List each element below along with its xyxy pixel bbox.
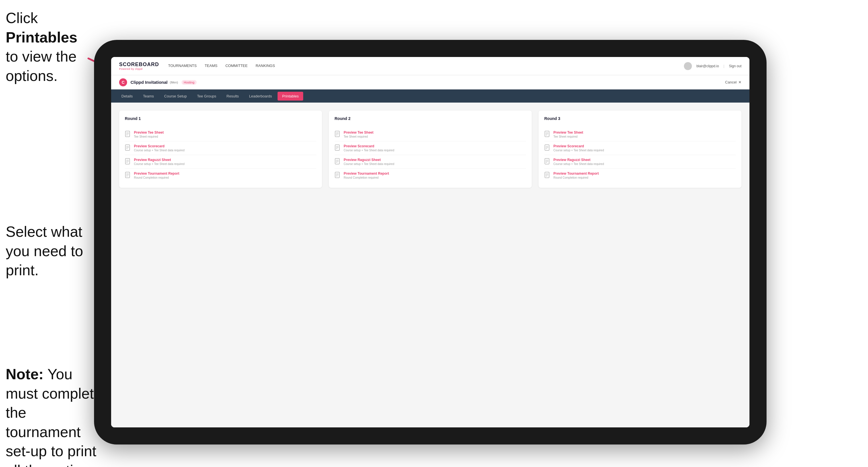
tab-tee-groups[interactable]: Tee Groups (193, 92, 221, 101)
document-icon (544, 145, 551, 152)
document-icon (544, 131, 551, 138)
tablet-frame: SCOREBOARD Powered by clippd TOURNAMENTS… (94, 40, 767, 444)
round3-raguzzi[interactable]: Preview Raguzzi Sheet Course setup + Tee… (544, 155, 736, 169)
round-2-section: Round 2 Preview Tee Sheet Tee Sheet requ… (329, 111, 532, 188)
document-icon (335, 172, 341, 179)
rounds-grid: Round 1 Preview Tee Sheet Tee Sheet requ… (119, 111, 742, 188)
document-icon (125, 158, 131, 165)
round-1-title: Round 1 (125, 116, 316, 123)
round1-tournament-report[interactable]: Preview Tournament Report Round Completi… (125, 169, 316, 182)
round-3-section: Round 3 Preview Tee Sheet Tee Sheet requ… (538, 111, 742, 188)
sub-nav: Details Teams Course Setup Tee Groups Re… (111, 90, 749, 102)
round2-scorecard[interactable]: Preview Scorecard Course setup + Tee She… (335, 141, 526, 155)
nav-committee[interactable]: COMMITTEE (225, 62, 248, 69)
tab-details[interactable]: Details (117, 92, 137, 101)
document-icon (544, 172, 551, 179)
tournament-logo: C (119, 79, 127, 86)
document-icon (335, 131, 341, 138)
tab-leaderboards[interactable]: Leaderboards (245, 92, 276, 101)
round3-tournament-report[interactable]: Preview Tournament Report Round Completi… (544, 169, 736, 182)
round-2-title: Round 2 (335, 116, 526, 123)
round1-tee-sheet[interactable]: Preview Tee Sheet Tee Sheet required (125, 128, 316, 141)
tournament-bracket: (Men) (170, 81, 178, 84)
round1-raguzzi[interactable]: Preview Raguzzi Sheet Course setup + Tee… (125, 155, 316, 169)
user-avatar (684, 62, 692, 70)
tablet-screen: SCOREBOARD Powered by clippd TOURNAMENTS… (111, 57, 749, 427)
content-area: Round 1 Preview Tee Sheet Tee Sheet requ… (111, 102, 749, 427)
instruction-middle: Select what you need to print. (6, 222, 91, 280)
round3-scorecard[interactable]: Preview Scorecard Course setup + Tee She… (544, 141, 736, 155)
document-icon (335, 145, 341, 152)
nav-links: TOURNAMENTS TEAMS COMMITTEE RANKINGS (168, 62, 684, 69)
document-icon (335, 158, 341, 165)
sign-out-link[interactable]: Sign out (729, 64, 742, 68)
tournament-bar: C Clippd Invitational (Men) Hosting Canc… (111, 75, 749, 90)
instruction-bottom: Note: You must complete the tournament s… (6, 365, 102, 467)
brand: SCOREBOARD Powered by clippd (119, 62, 159, 70)
round2-raguzzi[interactable]: Preview Raguzzi Sheet Course setup + Tee… (335, 155, 526, 169)
cancel-button[interactable]: Cancel ✕ (725, 80, 742, 84)
nav-rankings[interactable]: RANKINGS (256, 62, 275, 69)
hosting-badge: Hosting (182, 80, 197, 85)
tournament-name: Clippd Invitational (130, 80, 167, 85)
round3-tee-sheet[interactable]: Preview Tee Sheet Tee Sheet required (544, 128, 736, 141)
tab-course-setup[interactable]: Course Setup (160, 92, 191, 101)
tab-teams[interactable]: Teams (138, 92, 158, 101)
nav-right: blair@clippd.io | Sign out (684, 62, 742, 70)
user-email: blair@clippd.io (696, 64, 719, 68)
document-icon (544, 158, 551, 165)
round-1-section: Round 1 Preview Tee Sheet Tee Sheet requ… (119, 111, 322, 188)
document-icon (125, 172, 131, 179)
document-icon (125, 145, 131, 152)
round1-scorecard[interactable]: Preview Scorecard Course setup + Tee She… (125, 141, 316, 155)
top-nav: SCOREBOARD Powered by clippd TOURNAMENTS… (111, 57, 749, 75)
round2-tournament-report[interactable]: Preview Tournament Report Round Completi… (335, 169, 526, 182)
instruction-top: Click Printables to view the options. (6, 8, 91, 86)
brand-title: SCOREBOARD (119, 62, 159, 67)
tab-results[interactable]: Results (222, 92, 243, 101)
nav-tournaments[interactable]: TOURNAMENTS (168, 62, 197, 69)
document-icon (125, 131, 131, 138)
brand-sub: Powered by clippd (119, 67, 159, 70)
round2-tee-sheet[interactable]: Preview Tee Sheet Tee Sheet required (335, 128, 526, 141)
nav-teams[interactable]: TEAMS (205, 62, 217, 69)
tab-printables[interactable]: Printables (278, 92, 303, 101)
round-3-title: Round 3 (544, 116, 736, 123)
